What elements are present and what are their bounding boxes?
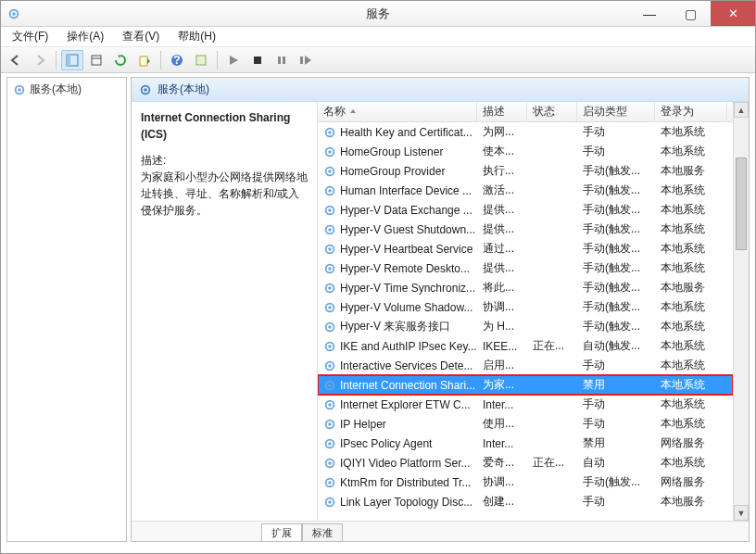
table-row[interactable]: Hyper-V Time Synchroniz...将此...手动(触发...本… — [318, 278, 733, 297]
maximize-button[interactable]: ▢ — [670, 1, 711, 26]
svg-rect-13 — [300, 57, 303, 64]
service-name-text: IP Helper — [340, 418, 386, 431]
svg-rect-12 — [283, 57, 285, 64]
cell-startup: 手动(触发... — [577, 474, 655, 490]
cell-desc: 将此... — [477, 280, 527, 296]
table-row[interactable]: IKE and AuthIP IPsec Key...IKEE...正在...自… — [318, 336, 733, 356]
table-row[interactable]: Hyper-V Heartbeat Service通过...手动(触发...本地… — [318, 239, 733, 258]
cell-logon: 网络服务 — [655, 435, 727, 451]
cell-name: Human Interface Device ... — [318, 184, 477, 197]
table-row[interactable]: Hyper-V Volume Shadow...协调...手动(触发...本地系… — [318, 297, 733, 317]
cell-desc: 使本... — [477, 144, 527, 159]
separator — [217, 51, 218, 69]
table-row[interactable]: Hyper-V 来宾服务接口为 H...手动(触发...本地系统 — [318, 317, 733, 336]
cell-logon: 本地系统 — [655, 260, 727, 276]
cell-logon: 本地系统 — [655, 299, 727, 315]
gear-icon — [323, 165, 336, 178]
table-row[interactable]: Internet Connection Shari...为家...禁用本地系统 — [318, 375, 733, 395]
stop-service-button[interactable] — [246, 50, 269, 70]
table-row[interactable]: Interactive Services Dete...启用...手动本地系统 — [318, 356, 733, 375]
gear-icon — [323, 496, 336, 509]
service-name-text: Health Key and Certificat... — [340, 126, 472, 139]
pause-service-button[interactable] — [271, 50, 293, 70]
scroll-thumb[interactable] — [736, 157, 747, 250]
menu-view[interactable]: 查看(V) — [117, 27, 165, 46]
gear-icon — [323, 126, 336, 139]
service-name-text: HomeGroup Provider — [340, 165, 445, 178]
table-row[interactable]: Hyper-V Guest Shutdown...提供...手动(触发...本地… — [318, 220, 733, 239]
table-row[interactable]: Internet Explorer ETW C...Inter...手动本地系统 — [318, 395, 733, 414]
cell-desc: 提供... — [477, 260, 527, 276]
cell-startup: 手动 — [577, 416, 655, 432]
cell-name: IKE and AuthIP IPsec Key... — [318, 340, 477, 353]
svg-point-17 — [144, 88, 147, 92]
cell-startup: 手动 — [577, 494, 655, 510]
cell-status: 正在... — [527, 338, 577, 354]
footer — [1, 546, 755, 553]
cell-desc: 为家... — [477, 377, 527, 393]
forward-button[interactable] — [29, 50, 51, 70]
app-icon — [6, 6, 21, 21]
bottom-tabs: 扩展 标准 — [132, 521, 749, 541]
sort-asc-icon — [349, 108, 357, 116]
scrollbar[interactable]: ▲ ▼ — [733, 102, 749, 521]
detail-pane: Internet Connection Sharing (ICS) 描述: 为家… — [132, 102, 317, 521]
gear-icon — [323, 282, 336, 295]
table-row[interactable]: Human Interface Device ...激活...手动(触发...本… — [318, 181, 733, 200]
table-row[interactable]: Hyper-V Data Exchange ...提供...手动(触发...本地… — [318, 200, 733, 220]
back-button[interactable] — [5, 50, 27, 70]
main-content: Internet Connection Sharing (ICS) 描述: 为家… — [132, 102, 749, 521]
svg-point-21 — [328, 150, 332, 154]
gear-icon — [323, 398, 336, 411]
help-button[interactable]: ? — [166, 50, 188, 70]
svg-point-43 — [328, 364, 332, 368]
col-startup[interactable]: 启动类型 — [577, 102, 655, 121]
table-row[interactable]: IPsec Policy AgentInter...禁用网络服务 — [318, 434, 733, 453]
svg-point-15 — [18, 88, 21, 92]
svg-text:?: ? — [173, 54, 180, 67]
service-name-text: Hyper-V Volume Shadow... — [340, 301, 472, 314]
table-row[interactable]: HomeGroup Provider执行...手动(触发...本地服务 — [318, 161, 733, 181]
cell-desc: 为 H... — [477, 319, 527, 334]
col-status[interactable]: 状态 — [527, 102, 577, 121]
close-button[interactable]: ✕ — [711, 1, 755, 26]
service-name-text: IKE and AuthIP IPsec Key... — [340, 340, 477, 353]
detail-desc: 为家庭和小型办公网络提供网络地址转换、寻址、名称解析和/或入侵保护服务。 — [141, 169, 308, 219]
cell-name: IQIYI Video Platform Ser... — [318, 457, 477, 470]
scroll-up-button[interactable]: ▲ — [734, 102, 749, 118]
menu-help[interactable]: 帮助(H) — [172, 27, 221, 46]
col-desc[interactable]: 描述 — [477, 102, 527, 121]
menu-file[interactable]: 文件(F) — [6, 27, 54, 46]
col-name[interactable]: 名称 — [318, 102, 477, 121]
start-service-button[interactable] — [222, 50, 245, 70]
properties-button[interactable] — [85, 50, 107, 70]
col-logon[interactable]: 登录为 — [655, 102, 727, 121]
show-hide-tree-button[interactable] — [61, 50, 83, 70]
nav-root-item[interactable]: 服务(本地) — [7, 78, 126, 101]
refresh-button[interactable] — [109, 50, 132, 70]
cell-logon: 本地服务 — [655, 280, 727, 296]
table-row[interactable]: Link Layer Topology Disc...创建...手动本地服务 — [318, 492, 733, 511]
minimize-button[interactable]: — — [629, 1, 670, 26]
restart-service-button[interactable] — [295, 50, 317, 70]
gear-icon — [323, 204, 336, 217]
cell-logon: 本地系统 — [655, 416, 727, 432]
column-headers: 名称 描述 状态 启动类型 登录为 — [318, 102, 733, 122]
table-row[interactable]: IQIYI Video Platform Ser...爱奇...正在...自动本… — [318, 453, 733, 472]
table-row[interactable]: Hyper-V Remote Deskto...提供...手动(触发...本地系… — [318, 258, 733, 278]
cell-logon: 本地服务 — [655, 163, 727, 179]
toolbar-icon[interactable] — [190, 50, 212, 70]
tab-extended[interactable]: 扩展 — [261, 523, 302, 542]
cell-desc: 提供... — [477, 221, 527, 237]
scroll-down-button[interactable]: ▼ — [734, 505, 749, 521]
tab-standard[interactable]: 标准 — [302, 523, 343, 542]
table-row[interactable]: IP Helper使用...手动本地系统 — [318, 414, 733, 434]
svg-point-45 — [328, 384, 332, 387]
table-row[interactable]: HomeGroup Listener使本...手动本地系统 — [318, 142, 733, 161]
table-row[interactable]: Health Key and Certificat...为网...手动本地系统 — [318, 122, 733, 142]
table-row[interactable]: KtmRm for Distributed Tr...协调...手动(触发...… — [318, 472, 733, 492]
export-button[interactable] — [133, 50, 156, 70]
cell-desc: 创建... — [477, 494, 527, 510]
cell-startup: 手动(触发... — [577, 299, 655, 315]
menu-action[interactable]: 操作(A) — [61, 27, 109, 46]
